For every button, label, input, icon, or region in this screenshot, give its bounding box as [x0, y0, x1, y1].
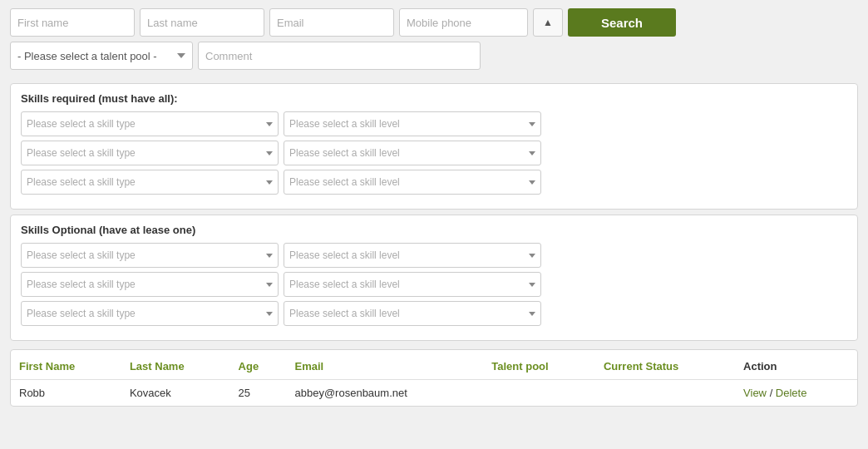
action-links: View / Delete	[743, 387, 806, 399]
col-age: Age	[230, 350, 287, 380]
skills-required-panel: Skills required (must have all): Please …	[10, 83, 858, 210]
collapse-button[interactable]: ▲	[533, 8, 563, 37]
table-row: Robb Kovacek 25 abbey@rosenbaum.net View…	[11, 380, 857, 407]
results-table: First Name Last Name Age Email Talent po…	[11, 350, 857, 406]
col-email: Email	[287, 350, 484, 380]
email-input[interactable]	[269, 8, 394, 37]
row-email: abbey@rosenbaum.net	[287, 380, 484, 407]
skill-optional-row-2: Please select a skill type Please select…	[21, 272, 847, 297]
skill-required-row-1: Please select a skill type Please select…	[21, 111, 847, 136]
skill-required-type-1[interactable]: Please select a skill type	[21, 111, 279, 136]
skill-optional-level-3[interactable]: Please select a skill level	[284, 301, 541, 326]
skill-optional-row-3: Please select a skill type Please select…	[21, 301, 847, 326]
collapse-icon: ▲	[543, 17, 553, 28]
col-last-name: Last Name	[121, 350, 230, 380]
skill-required-level-2[interactable]: Please select a skill level	[284, 141, 541, 165]
skills-optional-panel: Skills Optional (have at lease one) Plea…	[10, 215, 858, 341]
search-row-1: ▲ Search	[10, 8, 858, 37]
col-talent-pool: Talent pool	[483, 350, 595, 380]
skill-optional-row-1: Please select a skill type Please select…	[21, 243, 847, 268]
col-first-name: First Name	[11, 350, 121, 380]
first-name-input[interactable]	[10, 8, 135, 37]
row-current-status	[595, 380, 735, 407]
comment-input[interactable]	[198, 42, 481, 70]
skill-optional-level-1[interactable]: Please select a skill level	[284, 243, 541, 268]
search-row-2: - Please select a talent pool -	[10, 42, 858, 70]
action-separator: /	[767, 387, 776, 399]
search-panel: ▲ Search - Please select a talent pool -	[0, 0, 868, 80]
row-talent-pool	[483, 380, 595, 407]
skill-optional-type-1[interactable]: Please select a skill type	[21, 243, 279, 268]
row-last-name: Kovacek	[121, 380, 230, 407]
skill-optional-level-2[interactable]: Please select a skill level	[284, 272, 541, 297]
skill-optional-type-2[interactable]: Please select a skill type	[21, 272, 279, 297]
skill-required-row-3: Please select a skill type Please select…	[21, 170, 847, 195]
delete-link[interactable]: Delete	[776, 387, 807, 399]
skill-required-row-2: Please select a skill type Please select…	[21, 141, 847, 165]
last-name-input[interactable]	[140, 8, 264, 37]
view-link[interactable]: View	[743, 387, 767, 399]
row-age: 25	[230, 380, 287, 407]
col-current-status: Current Status	[595, 350, 735, 380]
skill-required-level-3[interactable]: Please select a skill level	[284, 170, 541, 195]
skills-required-title: Skills required (must have all):	[21, 92, 847, 105]
skill-required-type-2[interactable]: Please select a skill type	[21, 141, 279, 165]
skill-optional-type-3[interactable]: Please select a skill type	[21, 301, 279, 326]
row-action: View / Delete	[735, 380, 857, 407]
row-first-name: Robb	[11, 380, 121, 407]
results-panel: First Name Last Name Age Email Talent po…	[10, 349, 858, 407]
col-action: Action	[735, 350, 857, 380]
skill-required-type-3[interactable]: Please select a skill type	[21, 170, 279, 195]
skills-optional-title: Skills Optional (have at lease one)	[21, 224, 847, 236]
mobile-input[interactable]	[399, 8, 528, 37]
skill-required-level-1[interactable]: Please select a skill level	[284, 111, 541, 136]
talent-pool-select[interactable]: - Please select a talent pool -	[10, 42, 193, 70]
search-button[interactable]: Search	[568, 8, 676, 37]
